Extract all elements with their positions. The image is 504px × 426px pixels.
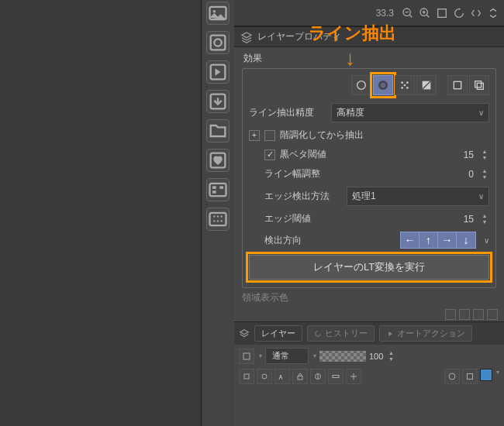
layers-icon bbox=[240, 31, 253, 43]
posterize-label: 階調化してから抽出 bbox=[280, 129, 489, 142]
direction-right[interactable]: → bbox=[438, 232, 457, 248]
annotation-label: ライン抽出 bbox=[309, 22, 396, 45]
svg-point-14 bbox=[221, 215, 223, 217]
edge-threshold-label: エッジ閾値 bbox=[264, 212, 459, 225]
precision-label: ライン抽出精度 bbox=[249, 106, 326, 119]
dock-panel-3-icon[interactable] bbox=[206, 60, 230, 84]
flip-h-icon[interactable] bbox=[470, 7, 482, 19]
layer-type-icon[interactable] bbox=[239, 349, 254, 364]
execute-lt-button[interactable]: レイヤーのLT変換を実行 bbox=[249, 255, 489, 280]
svg-rect-30 bbox=[454, 81, 461, 88]
effect-preset-icon[interactable] bbox=[462, 369, 478, 384]
svg-rect-31 bbox=[475, 81, 482, 88]
expand-posterize-button[interactable]: + bbox=[249, 130, 260, 141]
effect-tone-icon[interactable] bbox=[395, 75, 415, 95]
line-width-up[interactable]: ▲ bbox=[480, 168, 489, 174]
edge-threshold-value: 15 bbox=[464, 214, 475, 225]
svg-point-35 bbox=[262, 374, 267, 379]
ref-icon[interactable] bbox=[257, 369, 272, 384]
svg-point-16 bbox=[217, 220, 219, 222]
black-threshold-up[interactable]: ▲ bbox=[480, 149, 489, 155]
blend-mode-dropdown[interactable]: 通常 bbox=[265, 348, 309, 364]
effects-label: 効果 bbox=[242, 52, 496, 65]
flip-v-icon[interactable] bbox=[487, 7, 499, 19]
rotate-icon[interactable] bbox=[453, 7, 465, 19]
svg-point-21 bbox=[357, 81, 366, 90]
direction-label: 検出方向 bbox=[264, 234, 342, 247]
effect-border-icon[interactable] bbox=[351, 75, 371, 95]
direction-up[interactable]: ↑ bbox=[419, 232, 438, 248]
line-width-label: ライン幅調整 bbox=[264, 167, 464, 180]
mini-icon-2[interactable] bbox=[459, 309, 470, 320]
effect-line-extract-icon[interactable] bbox=[373, 75, 393, 95]
clip-icon[interactable] bbox=[239, 369, 254, 384]
edge-threshold-up[interactable]: ▲ bbox=[480, 213, 489, 219]
effect-copy-icon[interactable] bbox=[469, 75, 489, 95]
black-threshold-value: 15 bbox=[464, 149, 475, 160]
posterize-checkbox[interactable] bbox=[264, 130, 275, 141]
dock-column bbox=[202, 0, 234, 426]
svg-point-23 bbox=[381, 83, 386, 88]
svg-rect-20 bbox=[438, 9, 447, 17]
tab-layers[interactable]: レイヤー bbox=[254, 325, 302, 342]
svg-rect-10 bbox=[219, 186, 223, 189]
mini-icon-3[interactable] bbox=[473, 309, 484, 320]
mini-icon-4[interactable] bbox=[487, 309, 498, 320]
lock-icon[interactable] bbox=[292, 369, 308, 384]
dock-panel-8-icon[interactable] bbox=[206, 208, 230, 231]
mini-icon-1[interactable] bbox=[445, 309, 456, 320]
dock-panel-6-icon[interactable] bbox=[206, 149, 230, 172]
zoom-out-icon[interactable] bbox=[402, 7, 414, 19]
layer-actions-toolbar: ▾ bbox=[234, 367, 504, 386]
zoom-in-icon[interactable] bbox=[419, 7, 431, 19]
mask-icon[interactable] bbox=[310, 369, 326, 384]
svg-point-13 bbox=[217, 215, 219, 217]
precision-dropdown[interactable]: 高精度∨ bbox=[331, 103, 489, 122]
svg-point-24 bbox=[401, 81, 403, 84]
layers-toolbar: ▾ 通常 ▾ 100 ▲▼ bbox=[234, 345, 504, 367]
dock-panel-4-icon[interactable] bbox=[206, 90, 230, 113]
opacity-value: 100 bbox=[369, 352, 383, 361]
svg-rect-36 bbox=[298, 376, 302, 380]
fit-icon[interactable] bbox=[436, 7, 448, 19]
opacity-down[interactable]: ▼ bbox=[386, 356, 395, 362]
tab-history[interactable]: ヒストリー bbox=[307, 325, 375, 342]
edge-threshold-down[interactable]: ▼ bbox=[480, 219, 489, 225]
opacity-slider[interactable] bbox=[319, 351, 366, 362]
svg-rect-40 bbox=[468, 374, 473, 380]
dock-panel-1-icon[interactable] bbox=[206, 2, 230, 25]
svg-point-28 bbox=[404, 84, 406, 87]
svg-rect-34 bbox=[244, 374, 249, 379]
dock-panel-2-icon[interactable] bbox=[206, 31, 230, 54]
svg-rect-38 bbox=[333, 376, 339, 378]
direction-left[interactable]: ← bbox=[401, 232, 419, 248]
dock-panel-5-icon[interactable] bbox=[206, 119, 230, 143]
effect-layer-color-icon[interactable] bbox=[416, 75, 437, 95]
svg-rect-7 bbox=[210, 184, 226, 196]
svg-rect-11 bbox=[210, 213, 226, 225]
truncated-label: 領域表示色 bbox=[234, 288, 504, 307]
svg-rect-32 bbox=[477, 83, 483, 89]
black-threshold-down[interactable]: ▼ bbox=[480, 155, 489, 161]
line-width-down[interactable]: ▼ bbox=[480, 174, 489, 180]
svg-point-39 bbox=[449, 373, 455, 380]
ruler-icon[interactable] bbox=[328, 369, 343, 384]
edge-method-dropdown[interactable]: 処理1∨ bbox=[347, 187, 489, 206]
dock-panel-7-icon[interactable] bbox=[206, 178, 230, 201]
direction-down[interactable]: ↓ bbox=[457, 232, 475, 248]
svg-point-25 bbox=[406, 81, 409, 84]
svg-point-15 bbox=[213, 220, 215, 222]
set-ref-icon[interactable] bbox=[346, 369, 361, 384]
canvas-area bbox=[0, 0, 202, 426]
svg-rect-9 bbox=[212, 191, 216, 194]
tab-autoaction[interactable]: オートアクション bbox=[379, 325, 472, 342]
draft-icon[interactable] bbox=[274, 369, 290, 384]
effect-expression-icon[interactable] bbox=[447, 75, 468, 95]
palette-icon[interactable] bbox=[444, 369, 460, 384]
layers-icon bbox=[239, 328, 250, 339]
black-threshold-checkbox[interactable] bbox=[264, 149, 275, 160]
layer-color-swatch[interactable] bbox=[480, 369, 492, 381]
annotation-arrow: ↓ bbox=[345, 46, 355, 70]
black-threshold-label: 黒ベタ閾値 bbox=[280, 148, 459, 161]
opacity-up[interactable]: ▲ bbox=[386, 350, 395, 356]
